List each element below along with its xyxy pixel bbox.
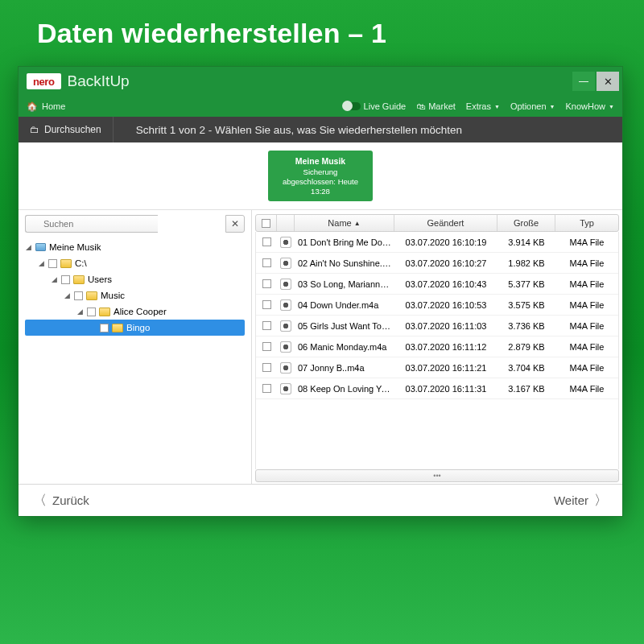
minimize-button[interactable]: —	[572, 72, 595, 91]
tree-album-selected[interactable]: Bingo	[25, 320, 245, 336]
next-button[interactable]: Weiter 〉	[554, 491, 608, 510]
header-name-label: Name	[328, 218, 351, 228]
market-label: Market	[428, 101, 456, 111]
file-name: 07 Jonny B..m4a	[295, 363, 394, 373]
file-size: 3.575 KB	[497, 300, 555, 310]
expander-icon[interactable]: ◢	[64, 291, 71, 299]
backup-card-area: Meine Musik Sicherung abgeschlossen: Heu…	[19, 142, 622, 210]
tree-music[interactable]: ◢ Music	[25, 287, 245, 303]
file-checkbox[interactable]	[262, 321, 271, 330]
backup-card[interactable]: Meine Musik Sicherung abgeschlossen: Heu…	[268, 151, 373, 202]
tree-root[interactable]: ◢ Meine Musik	[25, 239, 245, 255]
file-pane: Name▲ Geändert Große Typ 01 Don't Bring …	[252, 210, 622, 484]
wizard-footer: 〈 Zurück Weiter 〉	[19, 484, 622, 516]
tree-checkbox[interactable]	[87, 308, 96, 316]
file-icon-cell	[277, 299, 295, 311]
market-link[interactable]: 🛍 Market	[416, 101, 456, 111]
file-row[interactable]: 04 Down Under.m4a03.07.2020 16:10:533.57…	[256, 295, 618, 316]
market-icon: 🛍	[416, 101, 425, 111]
file-changed: 03.07.2020 16:10:53	[394, 300, 497, 310]
folder-icon	[73, 275, 85, 284]
home-label: Home	[42, 101, 65, 111]
file-name: 04 Down Under.m4a	[295, 300, 394, 310]
extras-menu[interactable]: Extras▼	[466, 101, 500, 111]
options-menu[interactable]: Optionen▼	[510, 101, 555, 111]
file-checkbox-cell	[256, 384, 277, 393]
back-button[interactable]: 〈 Zurück	[33, 491, 89, 510]
search-input[interactable]	[25, 215, 158, 233]
app-title: BackItUp	[68, 72, 130, 90]
tree-drive[interactable]: ◢ C:\	[25, 255, 245, 271]
options-label: Optionen	[510, 101, 547, 111]
audio-file-icon	[280, 258, 291, 269]
expander-icon[interactable]: ◢	[25, 243, 32, 251]
expander-icon[interactable]: ◢	[38, 259, 45, 267]
file-checkbox[interactable]	[262, 258, 271, 267]
file-type: M4A File	[555, 342, 618, 352]
file-type: M4A File	[555, 258, 618, 268]
search-bar: 🔍 ✕	[25, 215, 245, 233]
backup-card-title: Meine Musik	[273, 156, 368, 167]
file-icon-cell	[277, 237, 295, 248]
file-size: 2.879 KB	[497, 342, 555, 352]
file-checkbox-cell	[256, 342, 277, 351]
live-guide-toggle[interactable]: Live Guide	[343, 101, 407, 111]
file-checkbox[interactable]	[262, 384, 271, 393]
tree-artist[interactable]: ◢ Alice Cooper	[25, 303, 245, 320]
home-icon: 🏠	[27, 101, 38, 112]
expander-icon[interactable]: ◢	[51, 275, 58, 283]
tree-users[interactable]: ◢ Users	[25, 271, 245, 287]
file-checkbox-cell	[256, 279, 277, 288]
tree-pane: 🔍 ✕ ◢ Meine Musik ◢ C:\ ◢	[19, 210, 252, 484]
file-row[interactable]: 07 Jonny B..m4a03.07.2020 16:11:213.704 …	[256, 357, 618, 378]
file-checkbox[interactable]	[262, 279, 271, 288]
body: 🔍 ✕ ◢ Meine Musik ◢ C:\ ◢	[19, 210, 622, 484]
file-row[interactable]: 02 Ain't No Sunshine.m4a03.07.2020 16:10…	[256, 253, 618, 274]
header-type[interactable]: Typ	[555, 215, 618, 231]
tree-checkbox[interactable]	[100, 324, 109, 332]
browse-icon: 🗀	[30, 124, 39, 135]
chevron-right-icon: 〉	[594, 491, 608, 510]
audio-file-icon	[280, 299, 291, 311]
audio-file-icon	[280, 341, 291, 353]
file-name: 01 Don't Bring Me Down.m4a	[295, 237, 394, 247]
file-name: 03 So Long, Marianne.m4a	[295, 279, 394, 289]
search-clear-button[interactable]: ✕	[225, 215, 245, 233]
file-checkbox-cell	[256, 300, 277, 309]
file-rows: 01 Don't Bring Me Down.m4a03.07.2020 16:…	[255, 232, 619, 469]
tree-checkbox[interactable]	[48, 259, 57, 268]
expander-icon[interactable]: ◢	[76, 308, 84, 316]
home-link[interactable]: 🏠 Home	[27, 101, 65, 112]
wizard-bar: 🗀 Durchsuchen Schritt 1 von 2 - Wählen S…	[19, 117, 622, 142]
file-checkbox[interactable]	[262, 363, 271, 372]
tree-album-label: Bingo	[126, 323, 150, 332]
audio-file-icon	[280, 237, 291, 248]
file-row[interactable]: 03 So Long, Marianne.m4a03.07.2020 16:10…	[256, 274, 618, 295]
file-checkbox[interactable]	[262, 300, 271, 309]
file-row[interactable]: 06 Manic Monday.m4a03.07.2020 16:11:122.…	[256, 336, 618, 357]
file-row[interactable]: 01 Don't Bring Me Down.m4a03.07.2020 16:…	[256, 232, 618, 253]
tree-checkbox[interactable]	[74, 291, 83, 300]
file-row[interactable]: 05 Girls Just Want To Have Fu..03.07.202…	[256, 316, 618, 336]
file-checkbox-cell	[256, 321, 277, 330]
tree-users-label: Users	[88, 275, 112, 284]
file-checkbox[interactable]	[262, 342, 271, 351]
browse-button[interactable]: 🗀 Durchsuchen	[19, 117, 114, 142]
select-all-checkbox[interactable]	[262, 219, 270, 228]
chevron-down-icon: ▼	[550, 104, 555, 109]
header-size[interactable]: Große	[497, 215, 555, 231]
knowhow-menu[interactable]: KnowHow▼	[566, 101, 614, 111]
file-changed: 03.07.2020 16:10:19	[394, 237, 497, 247]
horizontal-scrollbar[interactable]: •••	[255, 469, 619, 482]
backup-card-line1: Sicherung	[273, 167, 368, 177]
tree-checkbox[interactable]	[61, 275, 70, 284]
file-row[interactable]: 08 Keep On Loving You.m4a03.07.2020 16:1…	[256, 378, 618, 399]
header-changed[interactable]: Geändert	[394, 215, 497, 231]
file-size: 3.736 KB	[497, 321, 555, 331]
live-guide-label: Live Guide	[364, 101, 407, 111]
header-checkbox-col[interactable]	[256, 215, 277, 231]
close-button[interactable]: ✕	[597, 72, 619, 91]
file-type: M4A File	[555, 321, 618, 331]
file-checkbox[interactable]	[262, 237, 271, 246]
header-name[interactable]: Name▲	[295, 215, 394, 231]
